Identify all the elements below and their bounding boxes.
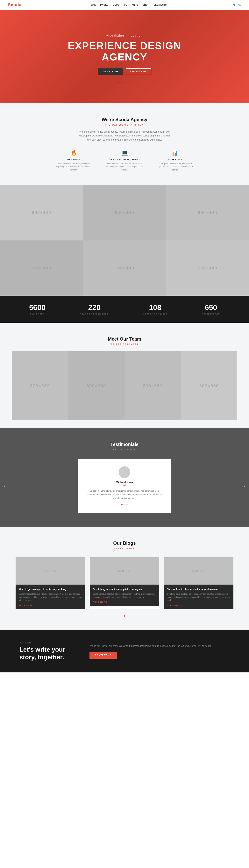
testimonial-next-button[interactable]: › [240,484,249,488]
design-text: Lorem ipsum dolor sit amet, consectetur … [105,162,144,172]
stat-label-1: YEARS OF EXPERIENCE [80,313,108,315]
design-icon: 💻 [105,150,144,156]
logo[interactable]: Scoda. [8,2,23,7]
branding-icon: 🔥 [54,150,93,156]
hero-dot-3[interactable] [129,83,133,83]
hero-dot-1[interactable] [116,83,120,83]
blog-desc-2: Curabitur lacus facelious odio, nec accu… [93,592,156,599]
cta-careers-label: CAREERS [20,642,74,644]
contact-us-button[interactable]: CONTACT US [126,68,151,75]
stat-number-0: 5600 [29,304,46,312]
blogs-grid: 1610×1065 Want to get an expert to write… [16,557,233,609]
cta-description: We do not tell you our story. We write i… [89,644,229,648]
hero-slider-dots [116,83,133,83]
blog-pagination [16,615,233,617]
portfolio-item-3[interactable]: 660×440 [166,185,249,240]
marketing-icon: 📊 [156,150,195,156]
hero-buttons: LEARN MORE CONTACT US [98,68,151,75]
branding-text: Lorem ipsum dolor sit amet, consectetur … [54,162,93,172]
feature-design: 💻 DESIGN & DEVELOPMENT Lorem ipsum dolor… [105,150,144,172]
stat-number-2: 108 [143,304,167,312]
agency-section: We're Scoda Agency THE WAY WE WORK IS FU… [0,103,249,185]
cta-title: Let's write your story, together. [20,646,74,661]
cta-left: CAREERS Let's write your story, together… [20,642,74,661]
stat-number-3: 650 [202,304,220,312]
blog-thumb-3: 1610×1065 [164,557,233,585]
team-member-1[interactable]: 800×980 [12,351,68,420]
feature-branding: 🔥 BRANDING Lorem ipsum dolor sit amet, c… [54,150,93,172]
blogs-title: Our Blogs [16,540,233,546]
team-subtitle: WE ARE STRONGER [12,343,237,345]
branding-title: BRANDING [54,158,93,161]
blog-body-1: Want to get an expert to write on your b… [16,585,85,609]
blog-title-3: You are free to choose what you want to … [167,588,230,591]
blog-read-more-2[interactable]: READ MORE [93,601,156,603]
portfolio-item-4[interactable]: 660×440 [0,241,83,296]
testimonial-name: Michael Hans [86,481,163,484]
nav-pages[interactable]: PAGES [100,4,109,6]
team-member-2[interactable]: 800×980 [68,351,124,420]
testimonials-section: Testimonials HAPPY CLIENTS ‹ Michael Han… [0,428,249,527]
team-member-4[interactable]: 800×980 [181,351,237,420]
hero-subtitle: Visualizing Innovation [106,34,143,37]
cta-contact-button[interactable]: CONTACT US [89,652,117,659]
portfolio-item-2[interactable]: 660×440 [83,185,166,240]
search-icon[interactable]: 🔍 [238,3,241,6]
blog-read-more-1[interactable]: READ MORE [19,604,82,606]
blog-body-2: Great things are not accomplished who yi… [90,585,159,606]
nav-portfolio[interactable]: PORTFOLIO [124,4,138,6]
portfolio-item-1[interactable]: 660×440 [0,185,83,240]
agency-subtitle: THE WAY WE WORK IS FUN [20,124,229,126]
design-title: DESIGN & DEVELOPMENT [105,158,144,161]
stat-projects: 650 PROJECTS WIN [202,304,220,315]
blog-page-dot[interactable] [124,615,125,617]
hero-dot-2[interactable] [122,83,127,83]
stat-experience: 220 YEARS OF EXPERIENCE [80,304,108,315]
stat-label-2: HOURS OF PROJECT [143,313,167,315]
team-member-3[interactable]: 800×980 [124,351,181,420]
stat-number-1: 220 [80,304,108,312]
nav-shop[interactable]: SHOP [143,4,149,6]
learn-more-button[interactable]: LEARN MORE [98,68,123,75]
testimonials-title: Testimonials [12,442,237,447]
blog-card-3: 1610×1065 You are free to choose what yo… [164,557,233,609]
testimonial-wrapper: ‹ Michael Hans CEO Quisque hendrerit tur… [12,459,237,513]
nav-elements[interactable]: ELEMENTS [154,4,167,6]
portfolio-grid: 660×440 660×440 660×440 660×440 660×440 … [0,185,249,296]
portfolio-item-5[interactable]: 660×440 [83,241,166,296]
tdot-2[interactable] [124,504,125,505]
feature-marketing: 📊 MARKETING Lorem ipsum dolor sit amet, … [156,150,195,172]
testimonials-subtitle: HAPPY CLIENTS [12,449,237,451]
blog-desc-1: Curabitur lacus facelious odio, nec accu… [19,592,82,602]
blog-card-2: 1438×1065 Great things are not accomplis… [90,557,159,609]
tdot-1[interactable] [121,504,122,505]
testimonial-card: Michael Hans CEO Quisque hendrerit turpi… [78,459,171,513]
stat-hours: 108 HOURS OF PROJECT [143,304,167,315]
marketing-text: Lorem ipsum dolor sit amet, consectetur … [156,162,195,172]
stats-section: 5600 CUP OF TEA 220 YEARS OF EXPERIENCE … [0,296,249,323]
team-section: Meet Our Team WE ARE STRONGER 800×980 80… [0,323,249,428]
blog-desc-3: Curabitur lacus facelious odio, nec accu… [167,592,230,602]
stat-label-3: PROJECTS WIN [202,313,220,315]
agency-description: We are a fully in-house digital agency f… [76,130,173,142]
navigation: Scoda. HOME PAGES BLOG PORTFOLIO SHOP EL… [0,0,249,10]
blog-title-1: Want to get an expert to write on your b… [19,588,82,591]
blog-thumb-1: 1610×1065 [16,557,85,585]
nav-blog[interactable]: BLOG [113,4,120,6]
team-title: Meet Our Team [12,336,237,342]
nav-home[interactable]: HOME [89,4,96,6]
blogs-section: Our Blogs LATEST NEWS 1610×1065 Want to … [0,527,249,630]
tdot-3[interactable] [127,504,128,505]
portfolio-item-6[interactable]: 660×440 [166,241,249,296]
testimonial-prev-button[interactable]: ‹ [0,484,9,488]
blog-read-more-3[interactable]: READ MORE [167,604,230,606]
blog-title-2: Great things are not accomplished who yi… [93,588,156,591]
testimonial-dots [86,504,163,505]
cta-section: CAREERS Let's write your story, together… [0,630,249,673]
features-list: 🔥 BRANDING Lorem ipsum dolor sit amet, c… [20,150,229,172]
testimonial-text: Quisque hendrerit turpis sit amet tortor… [86,489,163,500]
blog-card-1: 1610×1065 Want to get an expert to write… [16,557,85,609]
nav-actions: 👤 🔍 [233,3,241,6]
user-icon[interactable]: 👤 [233,3,236,6]
hero-section: Visualizing Innovation EXPERIENCE DESIGN… [0,10,249,103]
